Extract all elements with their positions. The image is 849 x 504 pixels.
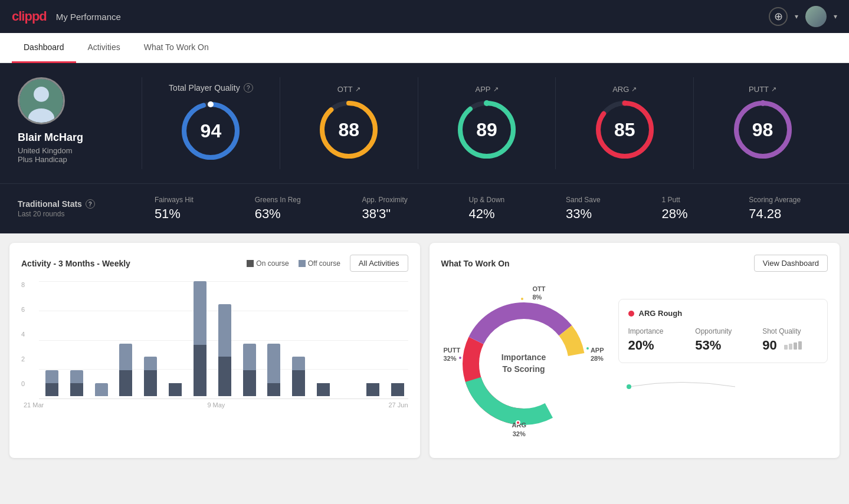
quality-help-icon[interactable]: ? xyxy=(244,83,253,93)
bar-group-4 xyxy=(140,281,161,396)
stats-help-icon[interactable]: ? xyxy=(86,199,95,209)
stat-fairways-label: Fairways Hit xyxy=(155,196,194,204)
bar-group-2 xyxy=(91,281,112,396)
all-activities-button[interactable]: All Activities xyxy=(350,255,408,272)
stat-greens-label: Greens In Reg xyxy=(255,196,301,204)
opportunity-label: Opportunity xyxy=(695,327,750,335)
off-course-dot xyxy=(299,260,306,267)
stats-label-section: Traditional Stats ? Last 20 rounds xyxy=(18,199,124,218)
score-ott: OTT ↗ 88 xyxy=(280,77,418,169)
bar-bottom-7 xyxy=(218,357,231,396)
bar-bottom-1 xyxy=(70,383,83,396)
wtwo-header: What To Work On View Dashboard xyxy=(441,255,828,272)
ott-label: OTT ↗ xyxy=(337,85,360,94)
sq-bar-4 xyxy=(798,341,802,350)
wtwo-body: Importance To Scoring OTT 8% APP 28% ARG… xyxy=(441,281,828,446)
stat-1putt: 1 Putt 28% xyxy=(661,196,687,222)
svg-point-5 xyxy=(208,101,214,107)
chart-title: Activity - 3 Months - Weekly xyxy=(21,259,130,268)
svg-point-1 xyxy=(34,87,49,102)
player-avatar xyxy=(18,77,65,124)
bar-bottom-8 xyxy=(243,370,256,396)
putt-donut-label: PUTT 32% xyxy=(444,346,461,363)
sq-bar-3 xyxy=(794,342,797,350)
stat-fairways: Fairways Hit 51% xyxy=(155,196,194,222)
putt-arrow-icon: ↗ xyxy=(771,85,776,93)
wtwo-title: What To Work On xyxy=(441,259,510,268)
bar-top-6 xyxy=(194,281,206,345)
bar-top-0 xyxy=(45,370,58,383)
bar-group-3 xyxy=(115,281,136,396)
putt-dot xyxy=(458,355,463,360)
stat-1putt-value: 28% xyxy=(661,206,687,222)
score-arg: ARG ↗ 85 xyxy=(555,77,693,169)
info-metrics: Importance 20% Opportunity 53% Shot Qual… xyxy=(628,327,818,353)
chart-wrapper: 8 6 4 2 0 xyxy=(21,281,408,399)
chart-bars xyxy=(39,281,408,399)
avatar-inner xyxy=(19,79,63,123)
svg-point-10 xyxy=(484,100,490,106)
add-button[interactable]: ⊕ xyxy=(769,7,788,26)
tab-what-to-work-on[interactable]: What To Work On xyxy=(132,33,221,63)
app-label: APP ↗ xyxy=(475,85,498,94)
bar-group-9 xyxy=(263,281,284,396)
info-card-section: ARG Rough Importance 20% Opportunity 53%… xyxy=(618,287,828,446)
bar-group-5 xyxy=(165,281,186,396)
x-axis-labels: 21 Mar 9 May 27 Jun xyxy=(21,401,408,409)
bar-group-0 xyxy=(41,281,63,396)
metric-importance: Importance 20% xyxy=(628,327,684,353)
bar-bottom-4 xyxy=(144,370,157,396)
stat-greens: Greens In Reg 63% xyxy=(255,196,301,222)
stat-updown-label: Up & Down xyxy=(469,196,505,204)
stat-proximity-value: 38'3" xyxy=(362,206,407,222)
plus-icon: ⊕ xyxy=(774,10,783,23)
info-card-title: ARG Rough xyxy=(628,309,818,318)
bar-group-10 xyxy=(288,281,309,396)
bar-top-2 xyxy=(95,383,108,396)
legend-off-course: Off course xyxy=(299,259,340,268)
player-handicap: Plus Handicap xyxy=(18,155,67,164)
putt-value: 98 xyxy=(752,118,773,140)
bar-bottom-13 xyxy=(366,383,379,396)
score-putt: PUTT ↗ 98 xyxy=(693,77,831,169)
on-course-dot xyxy=(247,260,254,267)
stat-fairways-value: 51% xyxy=(155,206,194,222)
tab-activities[interactable]: Activities xyxy=(76,33,132,63)
scores-section: Total Player Quality ? 94 OTT ↗ xyxy=(142,77,831,169)
stat-proximity-label: App. Proximity xyxy=(362,196,407,204)
opportunity-value: 53% xyxy=(695,338,750,353)
avatar-chevron: ▾ xyxy=(834,12,837,21)
header-left: clippd My Performance xyxy=(12,9,121,24)
chart-legend: On course Off course xyxy=(247,259,340,268)
bar-bottom-3 xyxy=(119,370,132,396)
bar-top-7 xyxy=(218,304,231,357)
bar-top-3 xyxy=(119,344,132,370)
tab-dashboard[interactable]: Dashboard xyxy=(12,33,76,63)
y-axis-labels: 8 6 4 2 0 xyxy=(21,281,25,387)
stat-updown: Up & Down 42% xyxy=(469,196,505,222)
metric-shot-quality: Shot Quality 90 xyxy=(762,327,818,353)
user-avatar[interactable] xyxy=(805,6,827,27)
view-dashboard-button[interactable]: View Dashboard xyxy=(754,255,828,272)
what-to-work-on-panel: What To Work On View Dashboard xyxy=(430,243,840,458)
total-value: 94 xyxy=(201,120,222,142)
arg-arrow-icon: ↗ xyxy=(631,85,637,93)
stat-greens-value: 63% xyxy=(255,206,301,222)
arg-dot xyxy=(516,420,520,425)
bottom-panels: Activity - 3 Months - Weekly On course O… xyxy=(0,233,849,467)
bar-top-10 xyxy=(292,357,305,370)
bar-top-9 xyxy=(267,344,280,383)
app-donut-label: APP 28% xyxy=(591,346,604,363)
arg-label: ARG ↗ xyxy=(612,85,637,94)
bar-group-1 xyxy=(66,281,87,396)
stats-items: Fairways Hit 51% Greens In Reg 63% App. … xyxy=(124,196,831,222)
avatar-svg xyxy=(19,77,63,124)
svg-point-16 xyxy=(760,100,766,106)
header-title: My Performance xyxy=(56,12,121,22)
shot-quality-bars xyxy=(784,341,802,350)
bar-group-14 xyxy=(387,281,408,396)
player-section: Blair McHarg United Kingdom Plus Handica… xyxy=(18,77,142,164)
app-dot xyxy=(585,346,590,351)
info-card: ARG Rough Importance 20% Opportunity 53%… xyxy=(618,299,828,363)
app-arrow-icon: ↗ xyxy=(493,85,499,93)
